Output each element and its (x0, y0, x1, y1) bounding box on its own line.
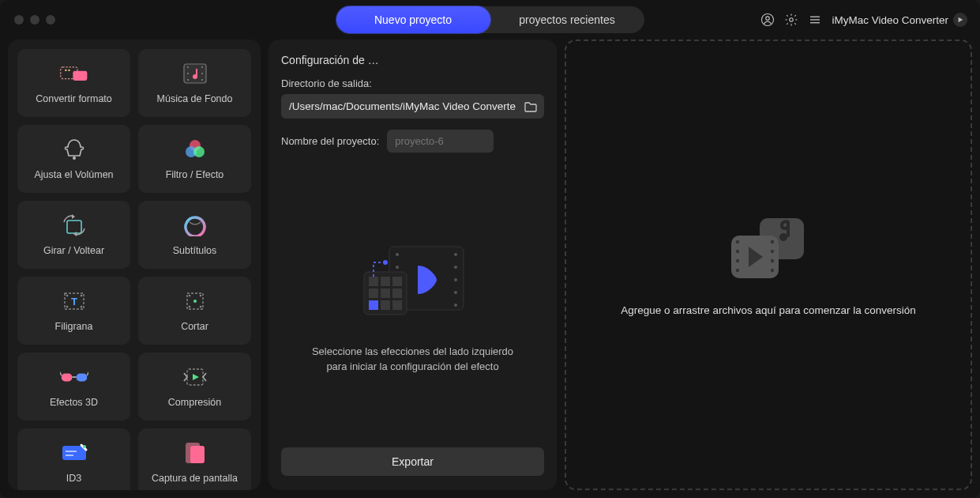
tile-adjust-volume[interactable]: Ajusta el Volúmen (17, 125, 130, 193)
volume-icon (60, 138, 88, 161)
svg-point-30 (80, 306, 82, 308)
svg-point-79 (771, 250, 774, 253)
svg-rect-23 (67, 221, 81, 233)
svg-rect-38 (61, 374, 72, 382)
svg-marker-25 (73, 232, 77, 236)
titlebar: Nuevo proyecto proyectos recientes iMyMa… (0, 0, 980, 40)
svg-marker-6 (959, 17, 963, 22)
tab-recent-projects[interactable]: proyectos recientes (490, 6, 644, 33)
svg-point-1 (766, 17, 770, 21)
watermark-icon: T (60, 289, 88, 313)
effects-sidebar: Convertir formato Música de Fondo Ajusta… (8, 40, 261, 490)
svg-point-35 (188, 306, 190, 308)
tile-filter-effect[interactable]: Filtro / Efecto (138, 125, 251, 193)
compress-icon (181, 365, 209, 389)
svg-point-2 (790, 18, 794, 22)
svg-marker-41 (193, 374, 199, 380)
filter-icon (181, 138, 209, 161)
tile-label: Subtítulos (173, 245, 217, 256)
glasses3d-icon (60, 365, 88, 389)
svg-rect-63 (369, 289, 378, 298)
main-tabs: Nuevo proyecto proyectos recientes (336, 6, 644, 33)
tab-new-project[interactable]: Nuevo proyecto (336, 6, 490, 33)
tile-label: Cortar (181, 321, 208, 332)
maximize-window-button[interactable] (46, 15, 55, 25)
project-name-label: Nombre del proyecto: (281, 135, 379, 147)
tile-label: Filtro / Efecto (166, 169, 224, 180)
svg-point-29 (66, 306, 68, 308)
minimize-window-button[interactable] (30, 15, 39, 25)
tile-convert-format[interactable]: Convertir formato (17, 49, 130, 117)
effects-grid: Convertir formato Música de Fondo Ajusta… (17, 49, 251, 490)
svg-point-72 (779, 233, 787, 241)
drop-zone[interactable]: Agregue o arrastre archivos aquí para co… (565, 40, 972, 490)
tile-label: Ajusta el Volúmen (34, 169, 113, 180)
config-panel: Configuración de … Directorio de salida:… (268, 40, 557, 490)
music-icon (181, 62, 209, 85)
svg-point-80 (771, 259, 774, 262)
tile-crop[interactable]: Cortar (138, 277, 251, 345)
main-content: Convertir formato Música de Fondo Ajusta… (0, 40, 980, 498)
tile-subtitles[interactable]: Subtítulos (138, 201, 251, 269)
svg-marker-24 (72, 214, 75, 219)
svg-point-43 (83, 445, 86, 448)
tile-3d-effects[interactable]: Efectos 3D (17, 353, 130, 421)
svg-rect-44 (66, 451, 77, 452)
svg-point-33 (188, 295, 190, 297)
tile-background-music[interactable]: Música de Fondo (138, 49, 251, 117)
crop-icon (181, 289, 209, 313)
project-name-input[interactable] (387, 130, 494, 153)
svg-point-50 (396, 266, 399, 269)
tile-label: Captura de pantalla (152, 473, 238, 484)
svg-point-13 (187, 73, 189, 74)
menu-icon[interactable] (808, 13, 822, 27)
svg-point-54 (454, 253, 457, 256)
svg-point-74 (736, 240, 739, 243)
browse-folder-button[interactable] (522, 98, 539, 115)
svg-point-10 (68, 70, 69, 71)
window-controls (0, 15, 55, 25)
svg-point-70 (383, 260, 388, 265)
svg-point-16 (201, 73, 203, 74)
svg-point-75 (736, 250, 739, 253)
play-badge-icon (953, 13, 967, 27)
svg-rect-65 (392, 289, 402, 298)
output-dir-field[interactable]: /Users/mac/Documents/iMyMac Video Conver… (281, 94, 544, 119)
tile-watermark[interactable]: T Filigrana (17, 277, 130, 345)
svg-point-55 (454, 266, 457, 269)
tile-label: Filigrana (55, 321, 93, 332)
svg-point-36 (199, 306, 201, 308)
drop-zone-text: Agregue o arrastre archivos aquí para co… (621, 304, 916, 316)
svg-point-78 (771, 240, 774, 243)
config-title: Configuración de … (281, 54, 544, 66)
app-title: iMyMac Video Converter (832, 13, 967, 27)
output-dir-label: Directorio de salida: (281, 77, 544, 89)
output-dir-value: /Users/mac/Documents/iMyMac Video Conver… (289, 100, 516, 112)
export-button[interactable]: Exportar (281, 447, 544, 476)
tile-label: Música de Fondo (157, 93, 233, 104)
tile-screenshot[interactable]: Captura de pantalla (138, 428, 251, 490)
tile-id3[interactable]: ID3 (17, 428, 130, 490)
svg-point-14 (187, 79, 189, 81)
tile-compression[interactable]: Compresión (138, 353, 251, 421)
gear-icon[interactable] (784, 13, 798, 27)
svg-rect-62 (392, 277, 402, 286)
close-window-button[interactable] (14, 15, 24, 25)
subtitle-icon (181, 213, 209, 237)
svg-point-49 (396, 253, 399, 256)
svg-rect-60 (369, 277, 378, 286)
svg-point-77 (736, 269, 739, 272)
svg-point-27 (66, 295, 68, 297)
config-hint-text: Seleccione las efecciones del lado izqui… (302, 345, 524, 373)
svg-rect-68 (392, 300, 402, 310)
svg-point-15 (201, 66, 203, 68)
rotate-icon (60, 213, 88, 237)
svg-rect-64 (381, 289, 390, 298)
convert-icon (60, 62, 88, 85)
svg-rect-67 (381, 300, 390, 310)
account-icon[interactable] (760, 13, 775, 27)
svg-rect-69 (369, 300, 378, 310)
svg-point-57 (454, 291, 457, 294)
svg-point-9 (65, 70, 66, 71)
tile-rotate-flip[interactable]: Girar / Voltear (17, 201, 130, 269)
